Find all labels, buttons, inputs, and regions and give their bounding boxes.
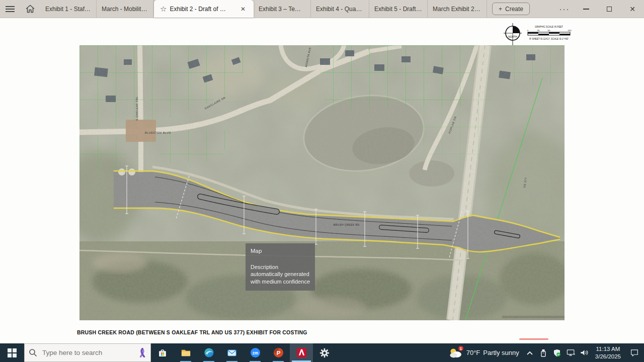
search-icon bbox=[29, 348, 37, 357]
tab-march-mobility[interactable]: March - Mobility ... bbox=[97, 0, 154, 18]
street-label-brush-creek: BRUSH CREEK RD bbox=[334, 223, 360, 226]
home-icon[interactable] bbox=[20, 0, 40, 18]
clock-date: 3/26/2025 bbox=[595, 353, 621, 360]
menu-hamburger-icon[interactable] bbox=[0, 0, 20, 18]
tab-exhibit-3[interactable]: Exhibit 3 – Temp... bbox=[254, 0, 311, 18]
tray-chevron-up-icon[interactable] bbox=[523, 343, 537, 362]
powerpoint-icon: P bbox=[273, 347, 284, 358]
windows-taskbar: zm P bbox=[0, 343, 644, 362]
taskbar-icon-powerpoint[interactable]: P bbox=[267, 343, 290, 362]
scale-tick: 0 bbox=[527, 29, 529, 32]
weather-icon: 1 bbox=[448, 346, 463, 359]
taskbar-icon-file-explorer[interactable] bbox=[174, 343, 197, 362]
scale-tick: 25 bbox=[537, 29, 540, 32]
taskbar-icon-zoom[interactable]: zm bbox=[244, 343, 267, 362]
settings-gear-icon bbox=[319, 347, 330, 358]
graphic-scale-bar: GRAPHIC SCALE IN FEET 0 25 50 100 IF SHE… bbox=[525, 25, 573, 45]
tooltip-body: Description automatically generated with… bbox=[251, 263, 310, 286]
weather-condition: Partly sunny bbox=[483, 349, 519, 356]
weather-widget[interactable]: 1 70°F Partly sunny bbox=[444, 343, 523, 362]
tab-exhibit-4[interactable]: Exhibit 4 - Quarte... bbox=[311, 0, 369, 18]
minimize-icon bbox=[583, 9, 589, 10]
exhibit-caption: BRUSH CREEK ROAD (BETWEEN S OAKLEAF TRL … bbox=[77, 329, 307, 335]
tab-label: Exhibit 5 - Draft o... bbox=[374, 6, 422, 13]
taskbar-icon-settings[interactable] bbox=[313, 343, 336, 362]
tabbar-spacer bbox=[530, 0, 554, 18]
tab-march-exhibit-2[interactable]: March Exhibit 2 - ... bbox=[428, 0, 487, 18]
tray-network-icon[interactable] bbox=[564, 343, 578, 362]
taskbar-icon-mail[interactable] bbox=[220, 343, 244, 362]
plus-icon: + bbox=[499, 6, 502, 13]
overflow-menu-icon[interactable]: ··· bbox=[554, 0, 575, 18]
acrobat-icon bbox=[296, 347, 307, 358]
tab-label: Exhibit 2 - Draft of S. Bo... bbox=[170, 6, 228, 13]
mail-icon bbox=[226, 347, 237, 358]
tab-exhibit-2-active[interactable]: ☆ Exhibit 2 - Draft of S. Bo... ✕ bbox=[154, 0, 254, 18]
tray-volume-icon[interactable] bbox=[578, 343, 591, 362]
tab-label: Exhibit 4 - Quarte... bbox=[316, 6, 364, 13]
tab-label: Exhibit 3 – Temp... bbox=[259, 6, 305, 13]
start-button[interactable] bbox=[0, 343, 24, 362]
weather-badge: 1 bbox=[460, 347, 462, 350]
tab-label: March - Mobility ... bbox=[102, 6, 148, 13]
taskbar-icon-acrobat[interactable] bbox=[290, 343, 313, 362]
street-label-bluestem: BLUESTEM BLVD bbox=[145, 131, 171, 134]
edge-browser-icon bbox=[203, 347, 215, 358]
taskbar-icon-edge[interactable] bbox=[197, 343, 220, 362]
powerpoint-label: P bbox=[276, 350, 280, 356]
scale-tick: 50 bbox=[548, 29, 550, 32]
tab-label: Exhibit 1 - Staff M... bbox=[45, 6, 91, 13]
zoom-app-icon: zm bbox=[250, 347, 261, 358]
pdf-page: NORTH GRAPHIC SCALE IN FEET 0 25 50 100 … bbox=[0, 19, 644, 343]
acrobat-tab-bar: Exhibit 1 - Staff M... March - Mobility … bbox=[0, 0, 644, 18]
tab-label: March Exhibit 2 - ... bbox=[433, 6, 481, 13]
create-label: Create bbox=[505, 6, 523, 13]
tray-usb-icon[interactable] bbox=[537, 343, 550, 362]
tray-security-shield-icon[interactable] bbox=[550, 343, 564, 362]
minimize-button[interactable] bbox=[575, 0, 598, 18]
scale-tick: 100 bbox=[568, 29, 572, 32]
awareness-ribbon-icon[interactable] bbox=[138, 348, 146, 357]
clock-time: 11:13 AM bbox=[596, 345, 620, 353]
tray-clock[interactable]: 11:13 AM 3/26/2025 bbox=[591, 343, 625, 362]
tab-exhibit-1[interactable]: Exhibit 1 - Staff M... bbox=[40, 0, 97, 18]
street-label-oakleaf: S OAKLEAF TRL bbox=[135, 96, 138, 121]
file-explorer-icon bbox=[180, 347, 192, 358]
tab-close-icon[interactable]: ✕ bbox=[238, 5, 248, 14]
alt-text-tooltip: Map Description automatically generated … bbox=[246, 243, 315, 291]
favorite-star-icon[interactable]: ☆ bbox=[160, 5, 167, 14]
restore-button[interactable] bbox=[598, 0, 621, 18]
scale-note: IF SHEET IS 11X17, SCALE IS 1"=50' bbox=[529, 38, 569, 40]
action-center-icon[interactable] bbox=[625, 343, 644, 362]
red-underline-mark bbox=[519, 338, 548, 340]
compass-north-label: NORTH bbox=[508, 35, 517, 38]
tooltip-title: Map bbox=[251, 247, 310, 255]
scale-title: GRAPHIC SCALE IN FEET bbox=[535, 26, 563, 28]
search-input[interactable] bbox=[41, 348, 134, 357]
microsoft-store-icon bbox=[157, 347, 168, 358]
tab-exhibit-5[interactable]: Exhibit 5 - Draft o... bbox=[369, 0, 428, 18]
create-button[interactable]: + Create bbox=[492, 3, 530, 15]
system-tray: 1 70°F Partly sunny 11:13 AM 3/26/2025 bbox=[444, 343, 644, 362]
restore-icon bbox=[607, 7, 612, 12]
exhibit-map-image[interactable]: BLUESTEM BLVD S OAKLEAF TRL OAKCLAIRE DR… bbox=[79, 45, 565, 320]
taskbar-icon-store[interactable] bbox=[151, 343, 174, 362]
close-button[interactable]: ✕ bbox=[621, 0, 644, 18]
taskbar-search[interactable] bbox=[24, 343, 151, 362]
weather-temp: 70°F bbox=[466, 349, 480, 356]
zoom-label: zm bbox=[252, 351, 258, 355]
